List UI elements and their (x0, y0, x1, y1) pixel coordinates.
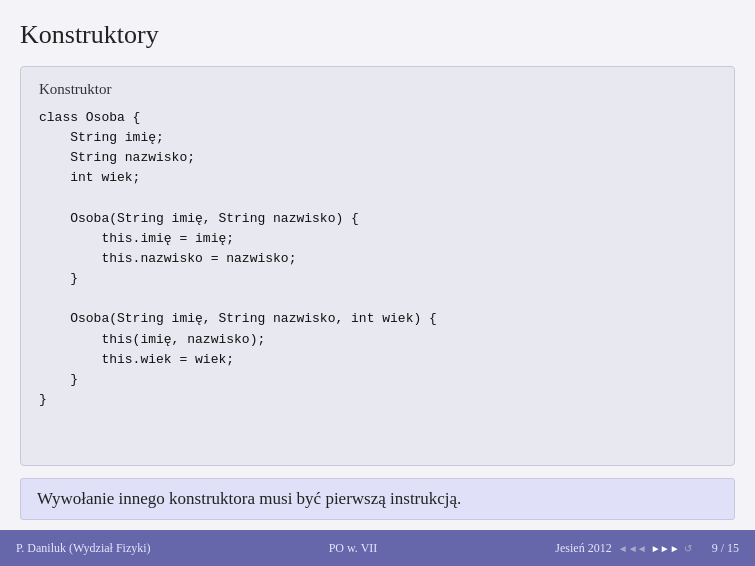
nav-prev-icon[interactable]: ◄ (636, 542, 648, 554)
nav-last-icon[interactable]: ►► (664, 542, 676, 554)
code-content: class Osoba { String imię; String nazwis… (39, 108, 716, 410)
footer-center: PO w. VII (329, 541, 378, 556)
nav-first-icon[interactable]: ◄◄ (622, 542, 634, 554)
refresh-icon[interactable]: ↺ (682, 542, 694, 554)
footer-date: Jesień 2012 (555, 541, 611, 556)
footer-left: P. Daniluk (Wydział Fizyki) (16, 541, 151, 556)
code-box: Konstruktor class Osoba { String imię; S… (20, 66, 735, 466)
highlight-text: Wywołanie innego konstruktora musi być p… (20, 478, 735, 520)
bottom-bar: P. Daniluk (Wydział Fizyki) PO w. VII Je… (0, 530, 755, 566)
footer-page: 9 / 15 (712, 541, 739, 556)
footer-right-section: Jesień 2012 ◄◄ ◄ ► ►► ↺ 9 / 15 (555, 541, 739, 556)
nav-icon-box: ◄◄ ◄ ► ►► ↺ (622, 542, 694, 554)
page-title: Konstruktory (20, 20, 735, 50)
code-box-title: Konstruktor (39, 81, 716, 98)
main-content: Konstruktory Konstruktor class Osoba { S… (0, 0, 755, 530)
